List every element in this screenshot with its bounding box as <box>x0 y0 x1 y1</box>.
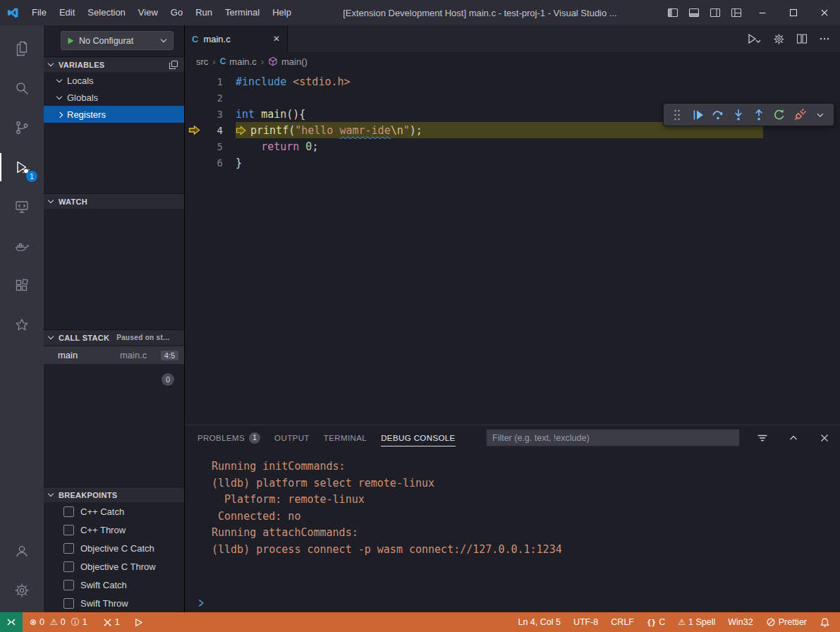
customize-layout-icon[interactable] <box>726 0 747 25</box>
breakpoint-checkbox[interactable] <box>63 561 74 572</box>
panel-tab-output[interactable]: OUTPUT <box>274 425 310 450</box>
minimize-button[interactable] <box>747 0 778 25</box>
variables-item-registers[interactable]: Registers <box>44 106 184 123</box>
language-mode[interactable]: {} C <box>643 612 669 632</box>
breakpoint-swift-catch[interactable]: Swift Catch <box>44 576 184 594</box>
step-into-icon[interactable] <box>729 106 748 124</box>
step-out-icon[interactable] <box>750 106 768 124</box>
console-input-chevron[interactable] <box>196 598 206 608</box>
activitybar-accounts[interactable] <box>0 533 44 569</box>
breakpoints-header[interactable]: BREAKPOINTS <box>44 487 184 502</box>
eol-status[interactable]: CRLF <box>607 612 638 632</box>
menu-view[interactable]: View <box>132 0 164 25</box>
menu-selection[interactable]: Selection <box>81 0 131 25</box>
panel-tab-terminal[interactable]: TERMINAL <box>324 425 367 450</box>
panel-tab-label: DEBUG CONSOLE <box>381 434 456 442</box>
panel-tab-debug-console[interactable]: DEBUG CONSOLE <box>381 425 456 450</box>
menu-run[interactable]: Run <box>189 0 219 25</box>
debug-status[interactable] <box>130 612 147 632</box>
maximize-panel-icon[interactable] <box>785 430 802 446</box>
vscode-logo-icon <box>0 6 25 19</box>
activitybar-extensions[interactable] <box>0 268 44 303</box>
toggle-panel-icon[interactable] <box>683 0 705 25</box>
code-line-1[interactable]: 1#include <stdio.h> <box>185 73 840 90</box>
activitybar-settings[interactable] <box>0 573 44 608</box>
activitybar-search[interactable] <box>0 71 44 106</box>
run-menu-icon[interactable] <box>746 32 762 45</box>
breakpoint-checkbox[interactable] <box>63 580 74 590</box>
toggle-sidebar-icon[interactable] <box>662 0 683 25</box>
breakpoint-c-throw[interactable]: C++ Throw <box>44 521 184 539</box>
debug-config-dropdown[interactable]: No Configurat <box>61 31 174 50</box>
more-actions-icon[interactable] <box>819 33 830 44</box>
console-filter-input[interactable] <box>486 429 740 446</box>
tools-status[interactable]: 1 <box>99 612 124 632</box>
step-over-icon[interactable] <box>709 106 727 124</box>
debug-console-output[interactable]: Running initCommands:(lldb) platform sel… <box>185 450 840 612</box>
spell-status[interactable]: ⚠ 1 Spell <box>674 612 719 632</box>
breakpoint-objective-c-throw[interactable]: Objective C Throw <box>44 557 184 576</box>
collapse-all-icon[interactable] <box>169 60 178 70</box>
filter-icon[interactable] <box>754 430 771 446</box>
watch-header[interactable]: WATCH <box>44 193 184 209</box>
breakpoint-objective-c-catch[interactable]: Objective C Catch <box>44 539 184 557</box>
split-editor-icon[interactable] <box>796 33 808 44</box>
notifications-bell[interactable] <box>815 612 834 632</box>
breakpoint-checkbox[interactable] <box>63 525 74 535</box>
breakpoint-swift-throw[interactable]: Swift Throw <box>44 594 184 612</box>
debug-session-chevron-icon[interactable] <box>811 106 829 124</box>
activitybar-run-and-debug[interactable]: 1 <box>0 150 44 185</box>
variables-header[interactable]: VARIABLES <box>44 56 184 72</box>
breakpoint-checkbox[interactable] <box>63 598 74 609</box>
activitybar-source-control[interactable] <box>0 110 44 145</box>
menu-go[interactable]: Go <box>164 0 189 25</box>
debug-config-label: No Configurat <box>79 36 156 46</box>
symbol-method-icon <box>268 56 278 66</box>
close-panel-icon[interactable] <box>816 430 833 446</box>
activitybar-explorer[interactable] <box>0 31 44 66</box>
menu-edit[interactable]: Edit <box>53 0 81 25</box>
remote-indicator[interactable] <box>0 612 23 632</box>
maximize-button[interactable] <box>778 0 809 25</box>
encoding-status[interactable]: UTF-8 <box>569 612 602 632</box>
restart-icon[interactable] <box>770 106 789 124</box>
code-editor[interactable]: 1#include <stdio.h>23int main(){4printf(… <box>185 71 840 425</box>
close-tab-icon[interactable]: ✕ <box>273 34 280 44</box>
toggle-secondary-sidebar-icon[interactable] <box>705 0 726 25</box>
activitybar-remote-explorer[interactable] <box>0 189 44 224</box>
gear-icon[interactable] <box>773 33 785 45</box>
drag-grip-icon[interactable] <box>668 106 686 124</box>
variables-item-locals[interactable]: Locals <box>44 72 184 89</box>
panel-header: PROBLEMS1OUTPUTTERMINALDEBUG CONSOLE <box>185 425 840 450</box>
breakpoint-checkbox[interactable] <box>63 543 74 554</box>
breadcrumb-main-c[interactable]: Cmain.c <box>220 56 257 67</box>
breadcrumb-src[interactable]: src <box>196 56 208 67</box>
close-button[interactable] <box>809 0 840 25</box>
activitybar-star[interactable] <box>0 308 44 343</box>
call-stack-badge: 0 <box>162 373 174 386</box>
disconnect-icon[interactable] <box>791 106 809 124</box>
call-stack-header[interactable]: CALL STACK Paused on st... <box>44 329 184 345</box>
problems-status[interactable]: ⊗0 ⚠0 ⓘ1 <box>25 612 92 632</box>
breadcrumb-main[interactable]: main() <box>268 56 308 67</box>
breakpoint-checkbox[interactable] <box>63 506 74 517</box>
menu-file[interactable]: File <box>25 0 53 25</box>
platform-status[interactable]: Win32 <box>724 612 757 632</box>
breakpoint-c-catch[interactable]: C++ Catch <box>44 502 184 521</box>
stack-frame-row[interactable]: main main.c 4:5 <box>44 346 184 364</box>
tab-main-c[interactable]: C main.c ✕ <box>185 25 288 52</box>
code-line-6[interactable]: 6} <box>185 154 840 171</box>
gutter-line-4[interactable] <box>185 125 203 135</box>
cursor-position[interactable]: Ln 4, Col 5 <box>513 612 564 632</box>
formatter-status[interactable]: Prettier <box>762 612 811 632</box>
vscode-window: FileEditSelectionViewGoRunTerminalHelp [… <box>0 0 840 632</box>
start-debug-icon[interactable] <box>66 37 75 45</box>
continue-icon[interactable] <box>688 106 707 124</box>
panel-tab-problems[interactable]: PROBLEMS1 <box>197 425 260 450</box>
code-line-5[interactable]: 5 return 0; <box>185 138 840 154</box>
activitybar-docker[interactable] <box>0 229 44 264</box>
code-token: int <box>236 108 255 121</box>
menu-terminal[interactable]: Terminal <box>219 0 266 25</box>
variables-item-globals[interactable]: Globals <box>44 89 184 106</box>
menu-help[interactable]: Help <box>266 0 298 25</box>
